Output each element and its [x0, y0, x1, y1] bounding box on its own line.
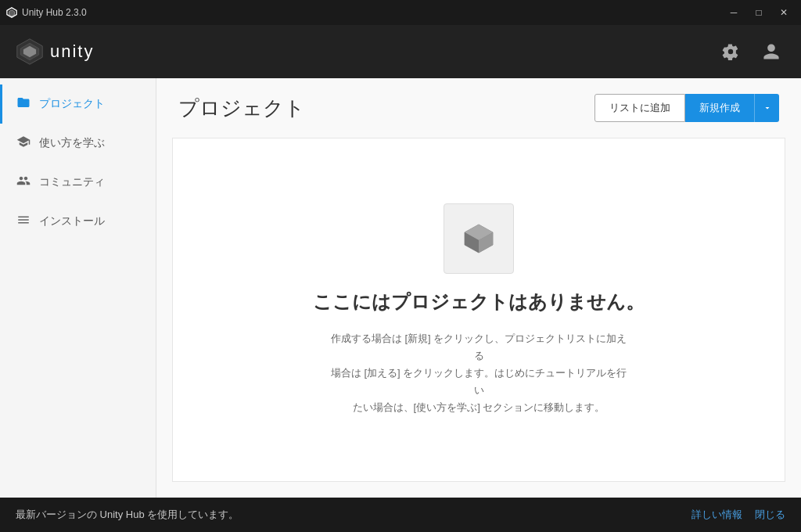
- settings-button[interactable]: [717, 38, 745, 66]
- app-header: unity: [0, 25, 801, 78]
- new-project-button[interactable]: 新規作成: [685, 94, 754, 122]
- empty-title: ここにはプロジェクトはありません。: [313, 289, 645, 315]
- sidebar: プロジェクト 使い方を学ぶ コミュニティ イン: [0, 78, 156, 498]
- titlebar-controls: ─ □ ✕: [723, 5, 795, 20]
- account-button[interactable]: [757, 38, 785, 66]
- account-icon: [762, 42, 781, 61]
- status-bar-actions: 詳しい情報 閉じる: [691, 508, 785, 522]
- page-title: プロジェクト: [178, 95, 305, 122]
- close-notification-link[interactable]: 閉じる: [755, 508, 785, 522]
- status-message: 最新バージョンの Unity Hub を使用しています。: [16, 508, 239, 522]
- header-actions: [717, 38, 785, 66]
- sidebar-item-installs[interactable]: インストール: [0, 202, 156, 241]
- close-button[interactable]: ✕: [773, 5, 795, 20]
- status-bar: 最新バージョンの Unity Hub を使用しています。 詳しい情報 閉じる: [0, 498, 801, 532]
- add-to-list-button[interactable]: リストに追加: [594, 94, 685, 122]
- sidebar-item-projects[interactable]: プロジェクト: [0, 84, 156, 124]
- titlebar-left: Unity Hub 2.3.0: [6, 7, 87, 18]
- sidebar-label-learn: 使い方を学ぶ: [39, 136, 105, 150]
- empty-state: ここにはプロジェクトはありません。 作成する場合は [新規] をクリックし、プロ…: [172, 138, 785, 482]
- sidebar-label-projects: プロジェクト: [39, 97, 105, 111]
- sidebar-item-community[interactable]: コミュニティ: [0, 163, 156, 202]
- projects-icon: [16, 95, 31, 113]
- new-project-dropdown-button[interactable]: [754, 94, 779, 122]
- community-icon: [16, 174, 31, 191]
- maximize-button[interactable]: □: [748, 5, 770, 20]
- unity-logo-text: unity: [50, 41, 94, 62]
- gear-icon: [722, 43, 739, 60]
- cube-icon: [460, 220, 497, 257]
- installs-icon: [16, 213, 31, 230]
- content-actions: リストに追加 新規作成: [594, 94, 779, 122]
- main-layout: プロジェクト 使い方を学ぶ コミュニティ イン: [0, 78, 801, 498]
- chevron-down-icon: [763, 103, 772, 113]
- sidebar-label-community: コミュニティ: [39, 175, 105, 189]
- unity-logo-icon: [16, 38, 44, 66]
- minimize-button[interactable]: ─: [723, 5, 745, 20]
- unity-logo: unity: [16, 38, 94, 66]
- sidebar-label-installs: インストール: [39, 214, 105, 228]
- app-icon: [6, 7, 17, 18]
- content-header: プロジェクト リストに追加 新規作成: [156, 78, 801, 138]
- details-link[interactable]: 詳しい情報: [691, 508, 742, 522]
- empty-icon-box: [444, 203, 514, 274]
- titlebar: Unity Hub 2.3.0 ─ □ ✕: [0, 0, 801, 25]
- svg-marker-1: [9, 10, 15, 16]
- titlebar-title: Unity Hub 2.3.0: [22, 7, 87, 18]
- empty-description: 作成する場合は [新規] をクリックし、プロジェクトリストに加える 場合は [加…: [330, 330, 627, 416]
- learn-icon: [16, 135, 31, 152]
- content-area: プロジェクト リストに追加 新規作成 ここにはプ: [156, 78, 801, 498]
- sidebar-item-learn[interactable]: 使い方を学ぶ: [0, 124, 156, 163]
